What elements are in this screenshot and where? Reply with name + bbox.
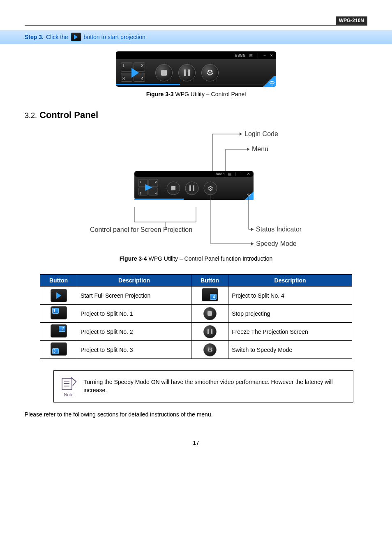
login-code-value: 8888 [235, 53, 245, 58]
stop-button[interactable] [155, 64, 173, 81]
step-text-before: Click the [46, 34, 68, 40]
desc-left-3: Project to Split No. 3 [77, 341, 191, 359]
pause-icon [203, 325, 217, 338]
label-status: Status Indicator [256, 226, 302, 233]
speedy-icon: ⚙ [203, 343, 217, 356]
label-control-panel: Control panel for Screen Projection [90, 226, 192, 233]
fig33-label: Figure 3-3 [146, 91, 174, 97]
desc-left-0: Start Full Screen Projection [77, 287, 191, 305]
svg-marker-38 [251, 228, 254, 231]
svg-text:1: 1 [140, 180, 142, 184]
svg-rect-23 [171, 186, 175, 190]
control-panel-figure: 8888 ▤ | – ✕ 1 2 3 4 ⚙ [116, 51, 276, 87]
svg-text:▤: ▤ [228, 172, 232, 176]
pause-button[interactable] [178, 64, 196, 81]
svg-rect-26 [193, 185, 194, 191]
play-icon [71, 32, 81, 42]
table-row: 3 Project to Split No. 3 ⚙ Switch to Spe… [40, 341, 352, 359]
split2-icon: 2 [51, 324, 67, 338]
page-number: 17 [25, 439, 367, 446]
th-desc-left: Description [77, 275, 191, 287]
desc-right-0: Project to Split No. 4 [228, 287, 352, 305]
note-icon: Note [60, 375, 78, 398]
svg-point-0 [272, 85, 272, 86]
table-row: Start Full Screen Projection 4 Project t… [40, 287, 352, 305]
desc-left-1: Project to Split No. 1 [77, 305, 191, 323]
model-tag: WPG-210N [336, 16, 367, 25]
wifi-status-icon [262, 76, 276, 87]
svg-text:4: 4 [155, 192, 157, 195]
split4-icon: 4 [202, 288, 218, 301]
svg-point-24 [185, 182, 198, 195]
label-login-code: Login Code [244, 130, 278, 137]
stop-icon [203, 307, 217, 320]
svg-text:|: | [235, 172, 236, 176]
footer-text: Please refer to the following sections f… [25, 411, 367, 419]
svg-rect-31 [134, 199, 184, 200]
svg-text:⚙: ⚙ [208, 185, 213, 192]
play-center-icon[interactable] [131, 68, 139, 78]
step-bar: Step 3. Click the button to start projec… [0, 30, 392, 44]
th-button-left: Button [40, 275, 77, 287]
step-label: Step 3. [25, 34, 44, 40]
grid-cell-1[interactable]: 1 [121, 62, 132, 72]
svg-marker-2 [240, 132, 242, 136]
menu-icon[interactable]: ▤ [250, 53, 253, 58]
start-full-icon [51, 289, 67, 302]
projection-grid[interactable]: 1 2 3 4 [121, 62, 150, 83]
svg-text:–: – [240, 172, 242, 176]
separator: | [256, 53, 259, 58]
desc-left-2: Project to Split No. 2 [77, 323, 191, 341]
split1-icon: 1 [51, 306, 67, 319]
close-icon[interactable]: ✕ [270, 53, 273, 58]
panel-titlebar: 8888 ▤ | – ✕ [116, 51, 276, 59]
label-speedy: Speedy Mode [256, 240, 297, 247]
step-text-after: button to start projection [84, 34, 145, 40]
table-row: 1 Project to Split No. 1 Stop projecting [40, 305, 352, 323]
svg-marker-41 [251, 242, 254, 245]
figure-3-4-caption: Figure 3-4 WPG Utility – Control Panel f… [25, 255, 367, 262]
speedy-button[interactable]: ⚙ [201, 64, 219, 81]
panel-bottom-accent [116, 84, 276, 85]
fig34-text: WPG Utility – Control Panel function Int… [147, 255, 273, 262]
minimize-icon[interactable]: – [263, 53, 266, 58]
section-heading: 3.2.Control Panel [25, 110, 367, 120]
table-row: 2 Project to Split No. 2 Freeze The Proj… [40, 323, 352, 341]
note-box: Note Turning the Speedy Mode ON will hav… [53, 370, 353, 402]
split3-icon: 3 [51, 342, 67, 356]
fig33-text: WPG Utility – Control Panel [174, 91, 246, 97]
panel-code: 8888 [216, 172, 225, 176]
gear-icon: ⚙ [206, 68, 214, 78]
figure-3-3-caption: Figure 3-3 WPG Utility – Control Panel [25, 91, 367, 97]
svg-text:✕: ✕ [247, 172, 250, 176]
label-menu: Menu [252, 146, 268, 153]
fig34-label: Figure 3-4 [120, 255, 147, 262]
section-number: 3.2. [25, 111, 37, 120]
button-description-table: Button Description Button Description St… [40, 274, 352, 359]
svg-text:2: 2 [155, 180, 157, 184]
header-rule [25, 25, 367, 26]
annotated-diagram: Login Code Menu 8888 ▤ | – ✕ 1 2 3 4 ⚙ C… [81, 127, 311, 251]
note-text: Turning the Speedy Mode ON will have the… [83, 378, 347, 394]
svg-point-30 [249, 197, 249, 197]
svg-rect-25 [189, 185, 191, 191]
desc-right-1: Stop projecting [228, 305, 352, 323]
desc-right-3: Switch to Speedy Mode [228, 341, 352, 359]
note-caption: Note [64, 392, 74, 397]
th-button-right: Button [191, 275, 228, 287]
svg-marker-5 [247, 148, 249, 151]
th-desc-right: Description [228, 275, 352, 287]
svg-text:3: 3 [140, 192, 142, 195]
desc-right-2: Freeze The Projection Screen [228, 323, 352, 341]
grid-cell-3[interactable]: 3 [121, 73, 132, 82]
section-title: Control Panel [39, 110, 98, 120]
